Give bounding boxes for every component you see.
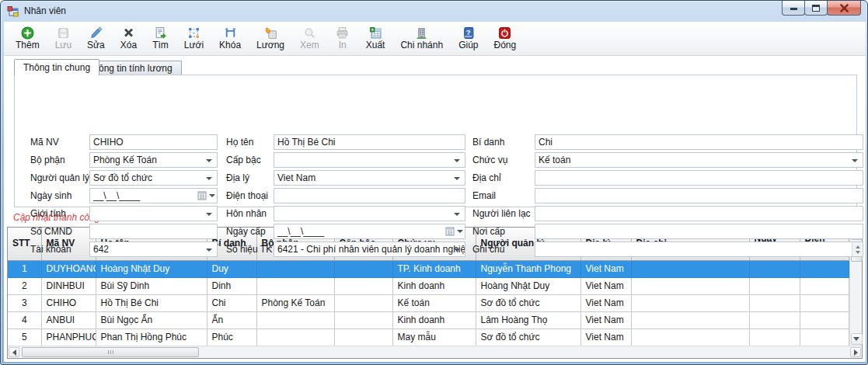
close-button[interactable]: [827, 1, 861, 16]
cell[interactable]: Sơ đồ tổ chức: [476, 328, 580, 346]
cell[interactable]: Viet Nam: [580, 260, 631, 277]
cell[interactable]: [631, 277, 749, 294]
so-hieu-tk-select[interactable]: 6421 - Chi phí nhân viên quản lý doanh n…: [274, 242, 465, 257]
cell[interactable]: [256, 260, 334, 277]
nguoi-quan-ly-select[interactable]: Sơ đồ tổ chức: [89, 170, 218, 186]
luong-button[interactable]: Lương: [251, 23, 290, 54]
cell[interactable]: Phòng Kế Toán: [256, 294, 334, 311]
scroll-down-button[interactable]: [851, 333, 863, 345]
cell[interactable]: Viet Nam: [580, 294, 631, 311]
cell[interactable]: Hoàng Nhật Duy: [476, 277, 580, 294]
minimize-button[interactable]: [782, 1, 805, 16]
cell[interactable]: [800, 328, 849, 346]
cell[interactable]: Duy: [207, 260, 256, 277]
cell[interactable]: [800, 260, 849, 277]
dong-button[interactable]: Đóng: [489, 23, 522, 54]
tai-khoan-select[interactable]: 642: [89, 242, 218, 257]
cell[interactable]: [800, 277, 849, 294]
chi-nhanh-button[interactable]: Chi nhánh: [395, 23, 448, 54]
khoa-button[interactable]: Khóa: [214, 23, 246, 54]
horizontal-scroll-thumb[interactable]: [22, 347, 199, 357]
ngay-cap-input[interactable]: __\__\____: [274, 224, 465, 239]
cell[interactable]: Kinh doanh: [392, 311, 476, 328]
cell[interactable]: [631, 294, 749, 311]
cell[interactable]: 1: [8, 260, 41, 277]
cell[interactable]: [631, 328, 749, 346]
cell[interactable]: [749, 277, 800, 294]
cell[interactable]: Nguyễn Thanh Phong: [476, 260, 580, 277]
cell[interactable]: [749, 328, 800, 346]
cell[interactable]: Kế toán: [392, 294, 476, 311]
cell[interactable]: 2: [8, 277, 41, 294]
cell[interactable]: 3: [8, 294, 41, 311]
cell[interactable]: TP. Kinh doanh: [392, 260, 476, 277]
cell[interactable]: Viet Nam: [580, 328, 631, 346]
cell[interactable]: PHANPHUC: [41, 328, 96, 346]
cell[interactable]: [334, 277, 392, 294]
ma-nv-input[interactable]: CHIHO: [89, 134, 218, 150]
nguoi-lien-lac-input[interactable]: [535, 206, 863, 221]
cell[interactable]: [800, 311, 849, 328]
cell[interactable]: [631, 311, 749, 328]
giup-button[interactable]: ? Giúp: [453, 23, 483, 54]
dia-ly-select[interactable]: Viet Nam: [274, 170, 465, 186]
ho-ten-input[interactable]: Hồ Thị Bé Chi: [274, 134, 465, 150]
hon-nhan-select[interactable]: [274, 206, 465, 221]
tim-button[interactable]: Tìm: [147, 23, 174, 54]
cell[interactable]: [631, 260, 749, 277]
bi-danh-input[interactable]: Chi: [535, 134, 863, 150]
cell[interactable]: Bùi Ngọc Ẩn: [96, 311, 207, 328]
cell[interactable]: Kinh doanh: [392, 277, 476, 294]
titlebar[interactable]: Nhân viên: [1, 1, 867, 22]
calendar-icon[interactable]: [197, 189, 215, 202]
cell[interactable]: [749, 311, 800, 328]
bo-phan-select[interactable]: Phòng Kế Toán: [89, 152, 218, 168]
cell[interactable]: [800, 294, 849, 311]
maximize-button[interactable]: [804, 1, 828, 16]
tab-thong-tin-chung[interactable]: Thông tin chung: [14, 59, 99, 75]
cell[interactable]: [749, 294, 800, 311]
cell[interactable]: [256, 311, 334, 328]
gioi-tinh-select[interactable]: [89, 206, 218, 221]
sua-button[interactable]: Sửa: [82, 23, 110, 54]
cell[interactable]: [334, 260, 392, 277]
cell[interactable]: [256, 277, 334, 294]
cell[interactable]: CHIHO: [41, 294, 96, 311]
dia-chi-input[interactable]: [535, 170, 863, 186]
cell[interactable]: Bùi Sỹ Dinh: [96, 277, 207, 294]
cell[interactable]: [334, 328, 392, 346]
scroll-left-button[interactable]: [9, 347, 19, 357]
so-cmnd-input[interactable]: [89, 224, 218, 239]
cell[interactable]: 5: [8, 328, 41, 346]
cell[interactable]: Dinh: [207, 277, 256, 294]
cell[interactable]: [334, 311, 392, 328]
luoi-button[interactable]: Lưới: [179, 23, 209, 54]
ghi-chu-input[interactable]: [535, 242, 863, 257]
calendar-icon[interactable]: [445, 225, 463, 238]
cell[interactable]: May mẫu: [392, 328, 476, 346]
cell[interactable]: Viet Nam: [580, 277, 631, 294]
spinner-icon[interactable]: [852, 242, 863, 256]
xuat-button[interactable]: Xuất: [361, 23, 391, 54]
cell[interactable]: 4: [8, 311, 41, 328]
ngay-sinh-input[interactable]: __\__\____: [89, 188, 218, 203]
cell[interactable]: Lâm Hoàng Thọ: [476, 311, 580, 328]
scroll-right-button[interactable]: [850, 347, 861, 357]
cell[interactable]: [256, 328, 334, 346]
cell[interactable]: DINHBUI: [41, 277, 96, 294]
cell[interactable]: Viet Nam: [580, 311, 631, 328]
cell[interactable]: ANBUI: [41, 311, 96, 328]
table-row[interactable]: 5 PHANPHUC Phan Thị Hồng Phúc Phúc May m…: [8, 328, 849, 346]
table-row[interactable]: 4 ANBUI Bùi Ngọc Ẩn Ẩn Kinh doanh Lâm Ho…: [8, 311, 849, 328]
horizontal-scrollbar[interactable]: [8, 346, 862, 358]
email-input[interactable]: [535, 188, 863, 203]
cell[interactable]: Phan Thị Hồng Phúc: [96, 328, 207, 346]
xoa-button[interactable]: Tìm Xóa: [115, 23, 142, 54]
table-row[interactable]: 1 DUYHOANG Hoàng Nhật Duy Duy TP. Kinh d…: [8, 260, 849, 277]
cell[interactable]: Ẩn: [207, 311, 256, 328]
cell[interactable]: Hoàng Nhật Duy: [96, 260, 207, 277]
cell[interactable]: Sơ đồ tổ chức: [476, 294, 580, 311]
table-row[interactable]: 2 DINHBUI Bùi Sỹ Dinh Dinh Kinh doanh Ho…: [8, 277, 849, 294]
cell[interactable]: Chi: [207, 294, 256, 311]
cell[interactable]: Hồ Thị Bé Chi: [96, 294, 207, 311]
